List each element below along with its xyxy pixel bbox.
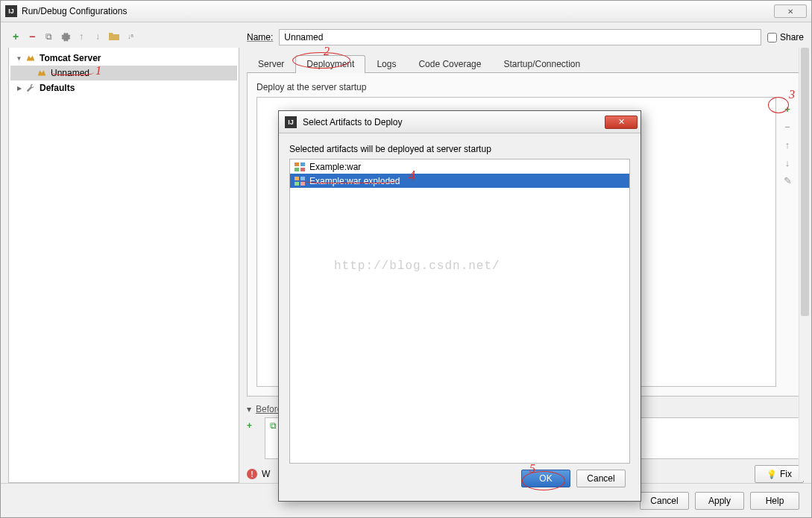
configurations-tree[interactable]: ▼ Tomcat Server Unnamed ▶ (8, 48, 239, 483)
window-close-button[interactable]: ✕ (774, 4, 807, 18)
modal-instruction: Selected artifacts will be deployed at s… (289, 144, 630, 154)
wrench-icon (25, 82, 37, 94)
svg-rect-3 (300, 168, 305, 171)
right-scrollbar[interactable] (799, 48, 811, 481)
svg-rect-7 (300, 182, 305, 186)
svg-rect-0 (295, 162, 299, 166)
deploy-add-icon[interactable]: + (781, 103, 793, 115)
move-down-icon[interactable]: ↓ (92, 31, 104, 42)
tree-label: Tomcat Server (40, 53, 101, 63)
expander-icon[interactable]: ▶ (15, 84, 23, 92)
bl-add-icon[interactable]: + (247, 420, 260, 431)
deploy-section-label: Deploy at the server startup (256, 82, 794, 92)
warning-text: W (262, 469, 270, 479)
sort-icon[interactable]: ↓ª (125, 31, 136, 42)
modal-buttons: OK Cancel (289, 464, 630, 493)
svg-rect-1 (300, 162, 305, 166)
tab-server[interactable]: Server (247, 55, 295, 73)
app-icon: IJ (5, 5, 17, 17)
fix-label: Fix (780, 469, 792, 479)
share-checkbox[interactable] (767, 33, 777, 42)
move-up-icon[interactable]: ↑ (75, 31, 87, 42)
cancel-button[interactable]: Cancel (640, 492, 689, 510)
tab-startup-connection[interactable]: Startup/Connection (492, 55, 591, 73)
svg-rect-5 (300, 177, 305, 180)
window-title: Run/Debug Configurations (22, 6, 774, 16)
folder-icon[interactable] (108, 31, 120, 42)
name-label: Name: (247, 32, 273, 42)
bulb-icon: 💡 (767, 470, 777, 479)
share-box: Share (767, 32, 804, 42)
modal-body: Selected artifacts will be deployed at s… (279, 133, 641, 501)
deploy-side-toolbar: + − ↑ ↓ ✎ (781, 97, 794, 387)
artifact-label: Example:war exploded (309, 176, 400, 186)
collapse-icon: ▾ (247, 404, 251, 414)
fix-button[interactable]: 💡 Fix (755, 465, 804, 483)
expander-icon[interactable]: ▼ (15, 54, 23, 63)
deploy-move-down-icon[interactable]: ↓ (781, 157, 793, 168)
artifact-icon (295, 177, 305, 186)
app-icon: IJ (285, 116, 297, 128)
tomcat-local-icon (36, 67, 48, 79)
modal-close-button[interactable]: ✕ (605, 116, 638, 129)
modal-titlebar: IJ Select Artifacts to Deploy ✕ (279, 111, 641, 133)
tree-label: Defaults (40, 83, 75, 93)
deploy-remove-icon[interactable]: − (781, 121, 793, 133)
tab-logs[interactable]: Logs (365, 55, 407, 73)
deploy-move-up-icon[interactable]: ↑ (781, 139, 793, 151)
settings-icon[interactable] (59, 31, 71, 42)
name-input[interactable] (279, 29, 761, 45)
left-toolbar: + − ⧉ ↑ ↓ ↓ª (8, 28, 239, 45)
artifact-item[interactable]: Example:war (290, 159, 629, 174)
modal-ok-button[interactable]: OK (521, 470, 570, 487)
add-configuration-icon[interactable]: + (10, 31, 22, 42)
artifact-icon (295, 162, 305, 171)
warning-icon: ! (247, 469, 257, 479)
copy-configuration-icon[interactable]: ⧉ (43, 31, 54, 42)
artifact-label: Example:war (309, 162, 361, 172)
select-artifacts-dialog: IJ Select Artifacts to Deploy ✕ Selected… (278, 110, 641, 502)
svg-rect-6 (295, 182, 299, 186)
artifact-list[interactable]: Example:war Example:war exploded (289, 159, 630, 464)
tree-node-unnamed[interactable]: Unnamed (10, 66, 237, 80)
tab-code-coverage[interactable]: Code Coverage (407, 55, 492, 73)
share-label: Share (780, 32, 804, 42)
tree-node-defaults[interactable]: ▶ Defaults (10, 80, 237, 95)
make-icon: ⧉ (270, 420, 277, 431)
titlebar: IJ Run/Debug Configurations ✕ (1, 1, 811, 22)
svg-rect-2 (295, 168, 299, 171)
tabs: Server Deployment Logs Code Coverage Sta… (247, 55, 804, 73)
modal-cancel-button[interactable]: Cancel (576, 470, 626, 487)
deploy-edit-icon[interactable]: ✎ (781, 174, 793, 186)
svg-rect-4 (295, 177, 299, 180)
apply-button[interactable]: Apply (695, 492, 744, 510)
remove-configuration-icon[interactable]: − (26, 31, 38, 42)
tab-deployment[interactable]: Deployment (295, 55, 365, 73)
tomcat-icon (25, 52, 37, 64)
left-panel: + − ⧉ ↑ ↓ ↓ª ▼ Tomcat S (8, 28, 239, 483)
help-button[interactable]: Help (750, 492, 799, 510)
name-row: Name: Share (247, 28, 804, 46)
artifact-item-selected[interactable]: Example:war exploded (290, 174, 629, 188)
tree-node-tomcat-server[interactable]: ▼ Tomcat Server (10, 51, 237, 66)
scrollbar-thumb[interactable] (801, 48, 809, 316)
tree-label: Unnamed (51, 68, 89, 78)
modal-title: Select Artifacts to Deploy (303, 117, 605, 127)
